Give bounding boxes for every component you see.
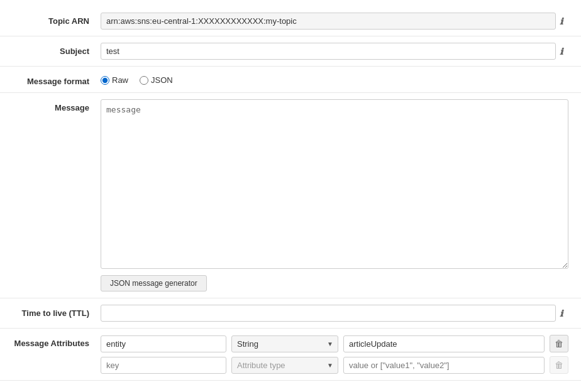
topic-arn-field-area [101,13,556,30]
json-radio-option[interactable]: JSON [140,75,173,85]
raw-label: Raw [112,75,128,85]
attribute-row-2: Attribute type String Number Binary Stri… [101,356,568,374]
message-label: Message [13,99,101,112]
message-field-area: message JSON message generator [101,99,568,291]
topic-arn-input[interactable] [101,13,556,30]
json-label: JSON [151,75,173,85]
attr-type-select-1[interactable]: String Number Binary String.Array [231,335,338,352]
message-attributes-field-area: String Number Binary String.Array ▼ 🗑 [101,335,568,374]
subject-row: Subject ℹ [0,36,581,67]
ttl-info-icon[interactable]: ℹ [556,305,568,318]
ttl-row: Time to live (TTL) ℹ [0,298,581,329]
topic-arn-info-icon[interactable]: ℹ [556,13,568,26]
attr-delete-btn-1[interactable]: 🗑 [550,335,568,352]
ttl-field-area [101,305,556,322]
attr-value-input-1[interactable] [343,335,545,352]
attr-type-wrapper-1: String Number Binary String.Array ▼ [231,335,338,352]
topic-arn-label: Topic ARN [13,13,101,26]
ttl-input[interactable] [101,305,556,322]
subject-label: Subject [13,43,101,56]
subject-info-icon[interactable]: ℹ [556,43,568,57]
attr-type-wrapper-2: Attribute type String Number Binary Stri… [231,357,338,374]
message-row: Message message JSON message generator [0,93,581,298]
attr-type-select-2[interactable]: Attribute type String Number Binary Stri… [231,357,338,374]
attr-value-wrapper-2 [343,357,545,374]
message-format-label: Message format [13,73,101,86]
subject-field-area [101,43,556,60]
message-textarea[interactable]: message [101,99,568,269]
message-attributes-label: Message Attributes [13,335,101,348]
raw-radio-option[interactable]: Raw [101,75,128,85]
attr-value-wrapper-1 [343,335,545,352]
raw-radio[interactable] [101,76,109,85]
json-radio[interactable] [140,76,148,85]
topic-arn-row: Topic ARN ℹ [0,6,581,36]
attr-value-input-2[interactable] [343,357,545,374]
message-attributes-row: Message Attributes String Number Binary … [0,329,581,381]
attributes-grid: String Number Binary String.Array ▼ 🗑 [101,335,568,374]
attr-name-input-1[interactable] [101,335,226,352]
message-format-radio-group: Raw JSON [101,73,568,85]
attr-delete-btn-2[interactable]: 🗑 [550,356,568,374]
attribute-row-1: String Number Binary String.Array ▼ 🗑 [101,335,568,352]
message-format-field-area: Raw JSON [101,73,568,85]
ttl-label: Time to live (TTL) [13,305,101,318]
attr-name-wrapper-1 [101,335,226,352]
attr-name-input-2[interactable] [101,357,226,374]
subject-input[interactable] [101,43,556,60]
json-message-generator-button[interactable]: JSON message generator [101,275,207,291]
message-format-row: Message format Raw JSON [0,67,581,93]
attr-name-wrapper-2 [101,357,226,374]
